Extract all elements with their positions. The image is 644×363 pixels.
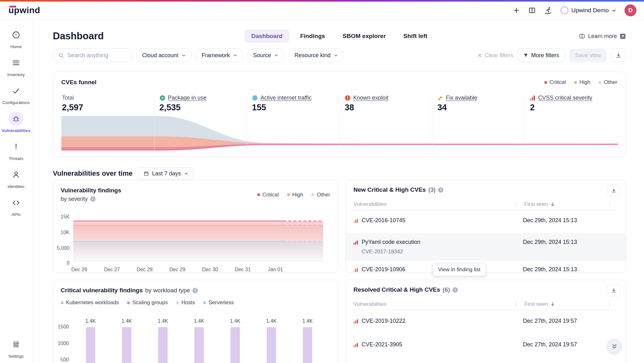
sidebar-item-apis[interactable]: APIs: [0, 195, 32, 217]
stage-link[interactable]: Active internet traffic: [260, 95, 312, 101]
stage-link[interactable]: CVSS critical severity: [538, 95, 592, 101]
search-icon: [58, 52, 64, 58]
cve-name: CVE-2019-10222: [362, 318, 405, 324]
cve-name: CVE-2016-10745: [362, 217, 405, 224]
scroll-down-button[interactable]: [607, 339, 622, 354]
stage-value: 38: [345, 103, 432, 113]
chevron-down-icon: [612, 8, 616, 13]
clear-filters-button[interactable]: Clear filters: [477, 52, 513, 59]
filter-label: Framework: [202, 52, 230, 59]
filter-source[interactable]: Source: [247, 48, 285, 62]
search-box[interactable]: [53, 48, 132, 62]
save-view-button[interactable]: Save view: [569, 48, 607, 62]
serverless-dot-icon: [203, 301, 206, 304]
table-row[interactable]: PyYaml code execution CVE-2017-18342 Dec…: [346, 233, 625, 261]
column-first-seen[interactable]: First seen: [524, 201, 555, 207]
view-in-finding-list-tooltip[interactable]: View in finding list: [433, 263, 486, 276]
tab-sbom-explorer[interactable]: SBOM explorer: [336, 30, 393, 43]
learn-more-label: Learn more: [588, 33, 617, 40]
bar[interactable]: [230, 327, 240, 363]
download-icon: [611, 288, 617, 293]
code-brackets-icon: [12, 198, 20, 207]
workspace-switcher[interactable]: Upwind Demo: [560, 6, 616, 14]
severity-legend: Critical High Other: [544, 79, 617, 85]
columns-icon: [528, 7, 536, 14]
severity-bars-icon: [353, 218, 358, 223]
bar[interactable]: [303, 327, 312, 363]
bar[interactable]: [158, 327, 168, 363]
logo-accent: [9, 6, 16, 8]
bar-kubernetes[interactable]: [86, 327, 95, 363]
sidebar-item-configurations[interactable]: Configurations: [0, 84, 32, 105]
bar[interactable]: [194, 327, 204, 363]
sidebar-label: Inventory: [7, 72, 25, 77]
bar-value-label: 1.4K: [226, 318, 245, 324]
tab-shift-left[interactable]: Shift left: [397, 30, 434, 43]
filter-cloud-account[interactable]: Cloud account: [136, 48, 192, 62]
sidebar-item-inventory[interactable]: Inventory: [0, 56, 32, 77]
sidebar-label: Settings: [8, 354, 24, 359]
sidebar-item-threats[interactable]: Threats: [0, 140, 32, 161]
onboarding-tour-button[interactable]: [544, 6, 552, 14]
sidebar-item-settings[interactable]: Settings: [0, 337, 32, 359]
export-button[interactable]: [611, 48, 626, 62]
card-title: Vulnerability findings: [61, 187, 121, 194]
column-first-seen[interactable]: First seen: [524, 301, 555, 307]
stage-link[interactable]: Known exploit: [353, 95, 388, 101]
table-row[interactable]: CVE-2016-10745 Dec 29th, 2024 15:13: [353, 210, 618, 233]
filter-label: Cloud account: [142, 52, 178, 59]
table-row[interactable]: CVE-2019-10222 Dec 27th, 2024 19:57: [353, 310, 618, 335]
y-tick: 5,000: [56, 245, 69, 251]
bar-value-label: 1.4K: [262, 318, 281, 324]
legend-label: Scaling groups: [132, 300, 168, 306]
vulnerability-findings-card: Vulnerability findings by severityi Crit…: [53, 180, 338, 273]
table-row[interactable]: CVE-2021-3905 Dec 27th, 2024 19:57: [353, 335, 618, 354]
legend-label: Other: [317, 192, 330, 198]
tab-dashboard[interactable]: Dashboard: [244, 30, 289, 43]
funnel-stage-cvss-critical-severity: CVSS critical severity 2: [525, 95, 617, 152]
save-view-label: Save view: [575, 52, 601, 59]
x-tick: Dec 28: [134, 267, 156, 272]
x-tick: Dec 31: [232, 267, 254, 272]
sidebar-item-home[interactable]: Home: [0, 28, 32, 49]
date-range-dropdown[interactable]: Last 7 days: [138, 167, 193, 180]
export-card-button[interactable]: [607, 284, 620, 296]
bar[interactable]: [267, 327, 276, 363]
search-input[interactable]: [67, 52, 124, 59]
sidebar-item-vulnerabilities[interactable]: Vulnerabilities: [0, 112, 32, 133]
column-vulnerabilities[interactable]: Vulnerabilities: [353, 201, 515, 207]
first-seen-value: Dec 29th, 2024 15:13: [523, 239, 577, 245]
legend-label: Hosts: [181, 300, 195, 306]
info-icon[interactable]: i: [192, 288, 198, 293]
surfer-icon: [544, 6, 552, 14]
filter-resource-kind[interactable]: Resource kind: [288, 48, 344, 62]
export-card-button[interactable]: [607, 184, 620, 196]
column-vulnerabilities[interactable]: Vulnerabilities: [353, 301, 515, 307]
sidebar-label: APIs: [12, 212, 21, 217]
more-filters-button[interactable]: More filters: [518, 48, 565, 62]
card-title: CVEs funnel: [61, 79, 97, 86]
table-row[interactable]: CVE-2019-10906 Dec 29th, 2024 15:13 View…: [353, 261, 618, 278]
info-icon[interactable]: i: [90, 196, 96, 202]
learn-more-link[interactable]: Learn more: [579, 33, 626, 40]
legend-label: Critical: [550, 79, 566, 85]
bar[interactable]: [122, 327, 131, 363]
info-icon[interactable]: i: [438, 187, 443, 193]
stage-link[interactable]: Fix available: [446, 95, 477, 101]
more-filters-label: More filters: [531, 52, 559, 59]
tab-findings[interactable]: Findings: [293, 30, 332, 43]
add-button[interactable]: [513, 7, 520, 14]
panels-button[interactable]: [528, 7, 536, 14]
stage-link[interactable]: Package in use: [168, 95, 207, 101]
upwind-logo[interactable]: upwind: [8, 5, 40, 15]
download-icon: [611, 188, 617, 193]
filter-framework[interactable]: Framework: [196, 48, 243, 62]
avatar[interactable]: D: [625, 4, 636, 16]
cve-id-link[interactable]: CVE-2017-18342: [362, 249, 523, 255]
chevron-down-icon: [181, 53, 186, 58]
sort-desc-arrow-icon: [550, 302, 555, 306]
sidebar-item-identities[interactable]: Identities: [0, 168, 32, 189]
y-tick: 15K: [56, 214, 69, 220]
x-tick: Dec 26: [68, 267, 90, 272]
info-icon[interactable]: i: [452, 287, 458, 293]
